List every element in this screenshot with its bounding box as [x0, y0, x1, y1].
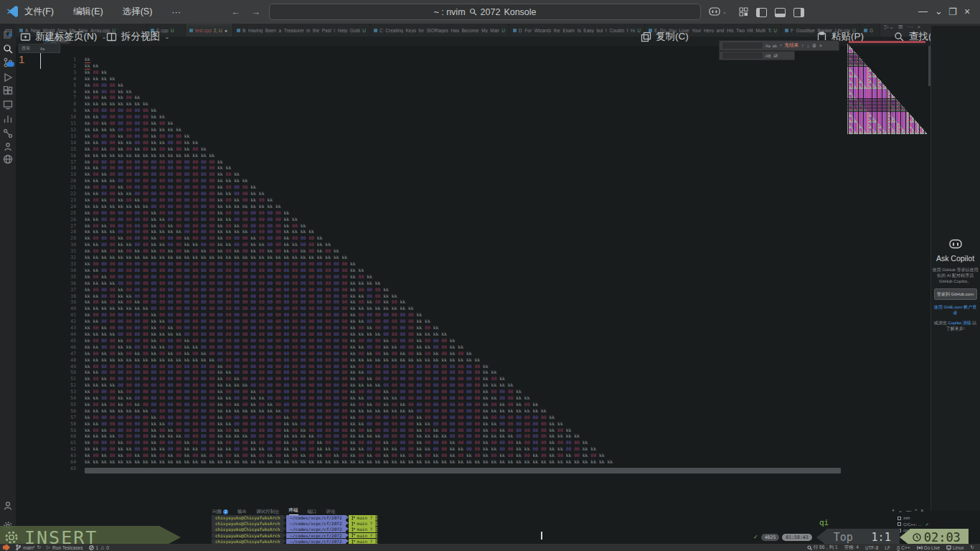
buffer-line: 36kk kk kk kk 00 00 00 00 00 00 00 00 00…	[65, 281, 613, 287]
prompt-user-host: chisyayuks@ChisyafuksArch	[212, 521, 283, 527]
panel-tab-问题[interactable]: 问题2	[212, 509, 228, 515]
ghe-signin-link[interactable]: 使用 GHE.com 帐户登录	[932, 304, 979, 316]
find-results-count: 无结果	[785, 42, 799, 49]
minimize-button[interactable]: —	[918, 6, 928, 17]
find-input[interactable]	[722, 42, 763, 50]
copy-button[interactable]: 复制(C)	[641, 29, 689, 44]
references-icon[interactable]	[3, 128, 13, 138]
match-case-icon[interactable]: Aa	[40, 47, 44, 51]
terminal-toolbar-icon[interactable]: ⌄	[898, 508, 903, 514]
run-testcases-item[interactable]: ▷ Run Testcases	[47, 545, 83, 550]
menu-selection[interactable]: 选择(S)	[123, 6, 153, 18]
indentation-item[interactable]: 空格: 4	[844, 545, 859, 551]
find-in-selection-icon[interactable]: ≣	[812, 43, 816, 49]
terminal-prompt-line: chisyayuks@ChisyafuksArch~/codes/xcpc/cf…	[212, 533, 378, 539]
globe-icon[interactable]	[3, 154, 13, 164]
buffer-line: 64kk kk kk kk kk kk kk kk kk kk kk kk kk…	[65, 459, 613, 466]
preserve-case-icon[interactable]: AB	[765, 54, 771, 58]
line-number: 15	[65, 146, 76, 153]
terminal-toolbar-icon[interactable]: —	[906, 508, 911, 514]
remote-explorer-icon[interactable]	[3, 100, 13, 110]
toggle-sidebar-icon[interactable]	[756, 8, 767, 17]
panel-tab-终端[interactable]: 终端	[289, 507, 298, 515]
line-number: 24	[65, 204, 76, 210]
remote-indicator-icon[interactable]	[3, 545, 10, 550]
buffer-line: 18kk kk 00 00 00 00 00 00 00 00 00 00 00…	[65, 165, 613, 171]
line-number: 36	[65, 281, 76, 287]
run-debug-icon[interactable]	[3, 72, 13, 83]
line-number: 47	[65, 351, 76, 357]
panel-tab-评论[interactable]: 评论	[326, 509, 336, 515]
terminal-icon	[897, 517, 901, 520]
live-share-icon[interactable]	[3, 142, 13, 152]
panel-tab-输出[interactable]: 输出	[237, 509, 247, 515]
buffer-line: 39kk 00 kk 00 kk 00 kk 00 00 00 00 00 00…	[65, 299, 613, 306]
sync-icon[interactable]: ↻	[37, 545, 41, 550]
command-center[interactable]: ~ : nvim 2072 Konsole	[269, 4, 701, 20]
terminal-buffer[interactable]: 1kk2kk kk3kk 00 kk4kk kk kk kk5kk 00 00 …	[65, 57, 613, 472]
clock-time: 02:03	[924, 530, 961, 545]
buffer-line: 53kk 00 00 00 kk 00 00 00 00 00 00 00 00…	[65, 389, 613, 395]
panel-tab-端口[interactable]: 端口	[308, 509, 317, 515]
prompt-user-host: chisyayuks@ChisyafuksArch	[212, 515, 283, 521]
extensions-icon[interactable]	[3, 86, 13, 96]
git-branch-item[interactable]: main* ↻	[16, 545, 41, 550]
os-item[interactable]: Linux	[946, 545, 964, 550]
menu-edit[interactable]: 编辑(E)	[73, 6, 103, 18]
terminal-toolbar-icon[interactable]: ×	[920, 508, 923, 514]
toggle-panel-icon[interactable]	[775, 8, 786, 17]
terminal-toolbar-icon[interactable]: ^	[915, 508, 917, 514]
maximize-button[interactable]: ❐	[948, 6, 957, 17]
line-number: 11	[65, 121, 76, 127]
terminal-list-item[interactable]: C/C++: ...✓	[897, 522, 929, 527]
language-item[interactable]: {} C++	[897, 545, 910, 550]
horizontal-scrollbar[interactable]	[85, 468, 841, 474]
menu-file[interactable]: 文件(F)	[24, 6, 54, 18]
walkthrough-link[interactable]: Copilot 演练	[948, 321, 971, 325]
buffer-line: 37kk 00 00 00 kk 00 00 00 00 00 00 00 00…	[65, 287, 613, 293]
next-match-icon[interactable]: ↓	[807, 43, 810, 48]
terminal-prompt-line: chisyayuks@ChisyafuksArch~/codes/xcpc/cf…	[212, 527, 378, 532]
github-signin-button[interactable]: 登录到 GitHub.com	[934, 288, 977, 300]
line-number: 4	[65, 76, 76, 83]
split-view-button[interactable]: 拆分视图⌄	[106, 29, 170, 44]
panel-tab-调试控制台[interactable]: 调试控制台	[256, 509, 280, 515]
copilot-icon[interactable]	[709, 6, 720, 17]
new-tab-button[interactable]: 新建标签页(N)⌄	[20, 29, 107, 44]
close-find-icon[interactable]: ×	[819, 43, 822, 48]
encoding-item[interactable]: UTF-8	[865, 545, 878, 550]
replace-icon[interactable]: ⇄	[773, 53, 778, 59]
back-icon[interactable]: ←	[231, 6, 240, 17]
problems-item[interactable]: 1 △ 0	[89, 545, 109, 550]
customize-layout-icon[interactable]	[739, 7, 748, 17]
check-icon: ✓	[753, 534, 758, 540]
minimap[interactable]	[847, 44, 927, 134]
status-bar: main* ↻ ▷ Run Testcases 1 △ 0 行 66，列 1 空…	[0, 544, 980, 551]
account-icon[interactable]	[3, 501, 13, 511]
buffer-line: 54kk kk 00 00 kk kk 00 00 00 00 00 00 00…	[65, 395, 613, 402]
forward-icon[interactable]: →	[251, 6, 260, 17]
copilot-chevron-icon[interactable]: ⌄	[722, 9, 727, 15]
eol-item[interactable]: LF	[885, 545, 890, 550]
menu-more[interactable]: ···	[171, 7, 181, 17]
chart-view-icon[interactable]	[3, 113, 13, 123]
terminal-toolbar-icon[interactable]: +	[892, 508, 895, 514]
regex-icon[interactable]: .*	[779, 44, 782, 48]
go-live-item[interactable]: Go Live	[917, 545, 940, 550]
refresh-icon[interactable]: ↻	[971, 545, 974, 550]
cursor-position-item[interactable]: 行 66，列 1	[807, 545, 838, 551]
line-number: 13	[65, 133, 76, 140]
close-button[interactable]: ×	[964, 6, 970, 17]
terminal-list-item[interactable]: zsh	[897, 516, 929, 520]
whole-word-icon[interactable]: ab	[773, 44, 777, 48]
match-case-icon[interactable]: Aa	[765, 44, 771, 48]
branch-icon	[352, 522, 355, 526]
line-number: 40	[65, 306, 76, 312]
terminal-stray-text: qi	[819, 518, 829, 527]
buffer-line: 9kk 00 00 00 00 00 00 00 kk	[65, 108, 613, 114]
toggle-secondary-sidebar-icon[interactable]	[793, 8, 804, 17]
replace-input[interactable]	[722, 52, 763, 60]
prev-match-icon[interactable]: ↑	[801, 43, 804, 48]
buffer-line: 5kk 00 00 00 kk	[65, 83, 613, 89]
shade-chevron-icon[interactable]: ⌄	[935, 6, 943, 17]
